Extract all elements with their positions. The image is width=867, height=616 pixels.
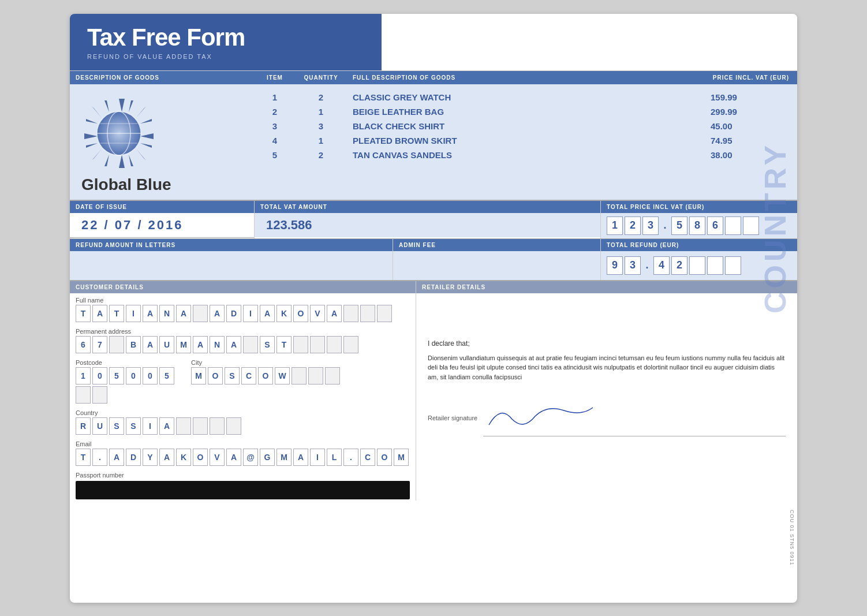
char-box: G xyxy=(260,449,275,466)
char-box: T xyxy=(109,305,124,322)
postcode-block: Postcode 105005 xyxy=(70,356,185,406)
goods-row-1: 2 1 BEIGE LEATHER BAG 299.99 xyxy=(255,104,797,119)
postcode-chars: 105005 xyxy=(70,367,185,406)
side-code: COU 01 STN5 0911 xyxy=(787,507,797,568)
char-box: A xyxy=(159,449,174,466)
char-box xyxy=(292,367,307,384)
char-box: A xyxy=(143,336,158,353)
char-box: V xyxy=(210,449,225,466)
goods-table: DESCRIPTION OF GOODS ITEM QUANTITY FULL … xyxy=(70,71,797,200)
svg-marker-6 xyxy=(92,149,102,160)
company-logo-area: Global Blue xyxy=(70,90,255,194)
char-box: W xyxy=(275,367,290,384)
signature-icon xyxy=(483,399,599,434)
digit-box xyxy=(707,256,723,275)
retailer-section-label: RETAILER DETAILS xyxy=(416,281,797,293)
date-value: 22 / 07 / 2016 xyxy=(70,213,254,238)
digit-box: 3 xyxy=(642,216,659,235)
goods-item-num: 5 xyxy=(255,150,295,160)
svg-marker-9 xyxy=(129,100,133,112)
char-box: O xyxy=(208,367,223,384)
goods-item-desc: BEIGE LEATHER BAG xyxy=(347,107,705,117)
sig-line xyxy=(483,399,786,436)
form-subtitle: REFUND OF VALUE ADDED TAX xyxy=(87,53,364,60)
full-name-label: Full name xyxy=(70,293,416,305)
vat-value: 123.586 xyxy=(255,213,600,237)
goods-item-qty: 1 xyxy=(295,136,347,145)
char-box: A xyxy=(293,449,308,466)
customer-details: CUSTOMER DETAILS Full name TATIANAADIAKO… xyxy=(70,281,416,501)
goods-header-row: DESCRIPTION OF GOODS ITEM QUANTITY FULL … xyxy=(70,71,797,84)
char-box: @ xyxy=(243,449,258,466)
goods-item-qty: 2 xyxy=(295,92,347,102)
char-box xyxy=(92,386,107,404)
header: Tax Free Form REFUND OF VALUE ADDED TAX xyxy=(70,14,797,70)
char-box: T xyxy=(76,449,91,466)
goods-row-0: 1 2 CLASSIC GREY WATCH 159.99 xyxy=(255,90,797,104)
char-box: 5 xyxy=(109,367,124,384)
full-name-chars: TATIANAADIAKOVA xyxy=(70,305,416,324)
char-box: A xyxy=(260,305,275,322)
svg-marker-5 xyxy=(136,106,146,118)
svg-marker-3 xyxy=(140,133,154,139)
retailer-content: I declare that; Dionsenim vullandiatum q… xyxy=(416,293,797,449)
char-box: O xyxy=(258,367,273,384)
char-box: K xyxy=(176,449,191,466)
passport-chars xyxy=(76,481,410,499)
svg-marker-2 xyxy=(84,133,98,139)
goods-item-desc: BLACK CHECK SHIRT xyxy=(347,121,705,131)
char-box: U xyxy=(159,336,174,353)
country-label: Country xyxy=(70,406,416,417)
char-box: C xyxy=(241,367,256,384)
char-box xyxy=(377,305,392,322)
admin-fee-label: ADMIN FEE xyxy=(393,239,600,251)
svg-marker-0 xyxy=(119,99,125,112)
svg-marker-12 xyxy=(86,119,98,124)
goods-items: 1 2 CLASSIC GREY WATCH 159.99 2 1 BEIGE … xyxy=(255,90,797,194)
svg-marker-15 xyxy=(140,143,152,148)
goods-item-num: 3 xyxy=(255,121,295,131)
goods-item-num: 2 xyxy=(255,107,295,117)
char-box xyxy=(176,417,191,435)
goods-item-desc: TAN CANVAS SANDELS xyxy=(347,150,705,160)
char-box: M xyxy=(191,367,206,384)
digit-box: 3 xyxy=(625,256,641,275)
char-box: 0 xyxy=(143,367,158,384)
goods-item-desc: CLASSIC GREY WATCH xyxy=(347,92,705,102)
digit-box xyxy=(743,216,759,235)
char-box: M xyxy=(276,449,292,466)
char-box: M xyxy=(176,336,191,353)
char-box xyxy=(325,367,340,384)
retailer-details: RETAILER DETAILS I declare that; Dionsen… xyxy=(416,281,797,501)
char-box: I xyxy=(310,449,325,466)
char-box: V xyxy=(310,305,325,322)
postcode-label: Postcode xyxy=(70,356,185,367)
char-box xyxy=(243,336,258,353)
char-box: S xyxy=(109,417,124,435)
digit-box xyxy=(725,256,741,275)
char-box: D xyxy=(126,449,141,466)
sig-label: Retailer signature xyxy=(428,415,477,421)
char-box: D xyxy=(226,305,241,322)
char-box: Y xyxy=(143,449,158,466)
declaration-title: I declare that; xyxy=(428,339,786,348)
declaration-text: Dionsenim vullandiatum quissequis at aut… xyxy=(428,353,786,382)
col-header-fulldesc: FULL DESCRIPTION OF GOODS xyxy=(347,74,705,81)
email-label: Email xyxy=(70,437,416,449)
details-section: CUSTOMER DETAILS Full name TATIANAADIAKO… xyxy=(70,280,797,501)
digit-box xyxy=(689,256,705,275)
char-box xyxy=(226,417,241,435)
char-box xyxy=(343,305,358,322)
svg-marker-7 xyxy=(136,149,146,160)
svg-marker-8 xyxy=(104,100,109,112)
digit-dot: . xyxy=(660,216,670,235)
date-label: DATE OF ISSUE xyxy=(70,201,254,213)
goods-item-desc: PLEATED BROWN SKIRT xyxy=(347,136,705,145)
char-box: C xyxy=(360,449,375,466)
char-box: S xyxy=(126,417,141,435)
digit-box: 2 xyxy=(671,256,687,275)
form-title: Tax Free Form xyxy=(87,24,364,51)
date-block: DATE OF ISSUE 22 / 07 / 2016 xyxy=(70,201,255,238)
digit-box: 4 xyxy=(653,256,670,275)
char-box: R xyxy=(76,417,91,435)
